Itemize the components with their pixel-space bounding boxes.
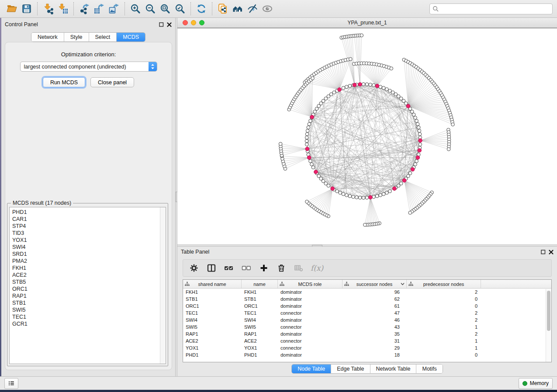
import-table-icon[interactable] xyxy=(55,2,70,16)
network-node[interactable] xyxy=(279,142,282,146)
network-node[interactable] xyxy=(310,163,314,166)
network-node[interactable] xyxy=(305,136,308,139)
show-all-icon[interactable] xyxy=(260,2,275,16)
mcds-hub-node[interactable] xyxy=(338,88,342,92)
optimization-select[interactable]: largest connected component (undirected) xyxy=(20,62,157,72)
network-node[interactable] xyxy=(385,191,389,195)
network-overview-icon[interactable] xyxy=(230,2,245,16)
network-node[interactable] xyxy=(415,119,419,123)
network-node[interactable] xyxy=(365,83,369,86)
mcds-hub-node[interactable] xyxy=(375,84,379,88)
table-row[interactable]: RAP1RAP1dominator352 xyxy=(183,330,551,337)
network-node[interactable] xyxy=(363,223,367,227)
table-row[interactable]: PHD1PHD1dominator180 xyxy=(183,351,551,358)
network-node[interactable] xyxy=(309,119,312,123)
tab-style[interactable]: Style xyxy=(64,33,89,41)
open-file-icon[interactable] xyxy=(4,2,19,16)
show-columns-icon[interactable] xyxy=(206,262,217,274)
network-node[interactable] xyxy=(362,196,365,199)
network-node[interactable] xyxy=(451,123,455,126)
network-node[interactable] xyxy=(342,86,345,90)
network-node[interactable] xyxy=(385,88,389,91)
network-node[interactable] xyxy=(339,191,342,195)
network-node[interactable] xyxy=(372,83,376,87)
mcds-result-item[interactable]: STP4 xyxy=(12,223,166,230)
zoom-in-icon[interactable] xyxy=(128,2,143,16)
network-node[interactable] xyxy=(305,200,309,203)
network-node[interactable] xyxy=(352,195,355,199)
network-node[interactable] xyxy=(447,148,450,151)
network-node[interactable] xyxy=(414,163,417,166)
mcds-result-item[interactable]: STB5 xyxy=(12,279,166,285)
clone-network-icon[interactable] xyxy=(215,2,230,16)
network-node[interactable] xyxy=(390,67,393,70)
show-panels-list-button[interactable] xyxy=(4,378,18,389)
network-node[interactable] xyxy=(348,194,352,198)
table-row[interactable]: TEC1TEC1connector472 xyxy=(183,309,551,316)
network-node[interactable] xyxy=(308,123,311,126)
network-node[interactable] xyxy=(311,76,315,80)
mcds-hub-node[interactable] xyxy=(416,156,420,160)
search-input[interactable] xyxy=(440,6,550,12)
network-node[interactable] xyxy=(309,159,312,163)
network-node[interactable] xyxy=(382,86,385,90)
table-row[interactable]: ORC1ORC1dominator610 xyxy=(183,303,551,309)
mcds-hub-node[interactable] xyxy=(307,156,311,160)
network-node[interactable] xyxy=(388,89,392,93)
network-node[interactable] xyxy=(348,84,352,88)
tab-edge-table[interactable]: Edge Table xyxy=(331,364,370,373)
mcds-hub-node[interactable] xyxy=(353,83,356,87)
tab-node-table[interactable]: Node Table xyxy=(292,364,331,373)
mcds-result-item[interactable]: SRD1 xyxy=(12,251,166,258)
table-row[interactable]: YOX1YOX1connector291 xyxy=(183,344,551,351)
mcds-hub-node[interactable] xyxy=(418,148,422,152)
network-node[interactable] xyxy=(332,91,336,94)
network-node[interactable] xyxy=(345,85,349,89)
tab-network-table[interactable]: Network Table xyxy=(370,364,417,373)
column-header-shared-name[interactable]: shared name xyxy=(183,280,242,288)
mcds-hub-node[interactable] xyxy=(331,187,335,191)
run-mcds-button[interactable]: Run MCDS xyxy=(43,77,85,87)
save-icon[interactable] xyxy=(19,2,34,16)
network-node[interactable] xyxy=(305,143,308,146)
network-node[interactable] xyxy=(360,34,363,37)
network-node[interactable] xyxy=(414,116,417,120)
network-node[interactable] xyxy=(418,129,421,133)
mcds-hub-node[interactable] xyxy=(393,187,397,191)
zoom-fit-icon[interactable] xyxy=(158,2,173,16)
select-all-rows-icon[interactable] xyxy=(223,262,235,274)
network-node[interactable] xyxy=(416,123,419,126)
hide-selected-icon[interactable] xyxy=(245,2,260,16)
mcds-result-item[interactable]: CAR1 xyxy=(12,216,166,223)
network-node[interactable] xyxy=(336,189,339,193)
export-image-icon[interactable] xyxy=(107,2,121,16)
delete-column-icon[interactable] xyxy=(276,262,287,274)
tab-select[interactable]: Select xyxy=(89,33,117,41)
column-header-predecessor-nodes[interactable]: predecessor nodes xyxy=(407,280,481,288)
network-node[interactable] xyxy=(362,83,365,86)
zoom-out-icon[interactable] xyxy=(143,2,158,16)
close-panel-icon[interactable] xyxy=(167,22,172,27)
network-node[interactable] xyxy=(365,196,369,199)
mcds-result-item[interactable]: ACE2 xyxy=(12,272,166,279)
network-node[interactable] xyxy=(415,159,419,163)
deselect-all-rows-icon[interactable] xyxy=(241,262,252,274)
network-node[interactable] xyxy=(355,196,359,199)
import-network-icon[interactable] xyxy=(41,2,55,16)
mcds-list-scrollbar[interactable] xyxy=(160,207,166,364)
tab-network[interactable]: Network xyxy=(31,33,64,41)
network-node[interactable] xyxy=(418,133,422,136)
zoom-selected-icon[interactable] xyxy=(173,2,187,16)
table-row[interactable]: SWI5SWI5connector431 xyxy=(183,323,551,330)
network-node[interactable] xyxy=(375,194,379,198)
mcds-result-item[interactable]: TID3 xyxy=(12,230,166,237)
network-node[interactable] xyxy=(408,211,412,215)
network-node[interactable] xyxy=(379,193,382,197)
refresh-icon[interactable] xyxy=(194,2,209,16)
network-node[interactable] xyxy=(345,193,349,197)
memory-button[interactable]: Memory xyxy=(519,378,553,389)
network-node[interactable] xyxy=(311,166,315,169)
table-row[interactable]: FKH1FKH1dominator962 xyxy=(183,289,551,296)
mcds-hub-node[interactable] xyxy=(406,104,410,108)
network-node[interactable] xyxy=(358,196,362,199)
